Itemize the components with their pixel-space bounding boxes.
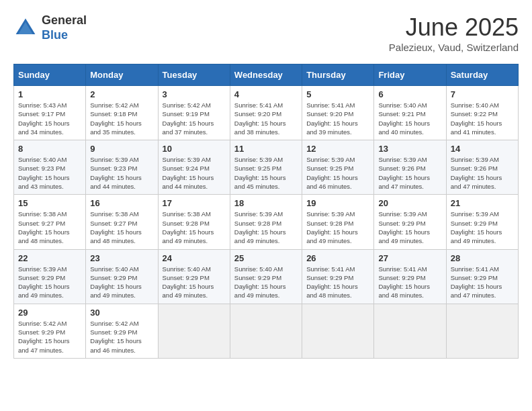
day-info: Sunrise: 5:40 AMSunset: 9:22 PMDaylight:… bbox=[451, 101, 514, 136]
day-info: Sunrise: 5:38 AMSunset: 9:27 PMDaylight:… bbox=[90, 210, 153, 245]
day-number: 17 bbox=[163, 198, 226, 208]
calendar-table: SundayMondayTuesdayWednesdayThursdayFrid… bbox=[13, 64, 519, 359]
calendar-week-4: 22Sunrise: 5:39 AMSunset: 9:29 PMDayligh… bbox=[14, 249, 519, 304]
location-text: Palezieux, Vaud, Switzerland bbox=[389, 42, 519, 53]
calendar-week-3: 15Sunrise: 5:38 AMSunset: 9:27 PMDayligh… bbox=[14, 195, 519, 249]
calendar-cell: 17Sunrise: 5:38 AMSunset: 9:28 PMDayligh… bbox=[158, 195, 230, 249]
day-number: 2 bbox=[90, 89, 153, 99]
calendar-cell: 9Sunrise: 5:39 AMSunset: 9:23 PMDaylight… bbox=[86, 140, 158, 195]
day-info: Sunrise: 5:42 AMSunset: 9:19 PMDaylight:… bbox=[163, 101, 226, 136]
day-info: Sunrise: 5:39 AMSunset: 9:26 PMDaylight:… bbox=[378, 155, 441, 191]
calendar-cell: 3Sunrise: 5:42 AMSunset: 9:19 PMDaylight… bbox=[158, 86, 230, 140]
day-info: Sunrise: 5:38 AMSunset: 9:28 PMDaylight:… bbox=[163, 210, 226, 245]
day-number: 18 bbox=[234, 198, 298, 208]
calendar-week-2: 8Sunrise: 5:40 AMSunset: 9:23 PMDaylight… bbox=[14, 140, 519, 195]
day-info: Sunrise: 5:41 AMSunset: 9:20 PMDaylight:… bbox=[234, 101, 298, 136]
day-info: Sunrise: 5:39 AMSunset: 9:29 PMDaylight:… bbox=[18, 265, 81, 300]
day-number: 7 bbox=[451, 89, 514, 99]
calendar-cell: 18Sunrise: 5:39 AMSunset: 9:28 PMDayligh… bbox=[230, 195, 302, 249]
day-info: Sunrise: 5:39 AMSunset: 9:29 PMDaylight:… bbox=[451, 210, 514, 245]
day-info: Sunrise: 5:40 AMSunset: 9:29 PMDaylight:… bbox=[90, 265, 153, 300]
column-header-thursday: Thursday bbox=[302, 64, 374, 86]
day-number: 16 bbox=[90, 198, 153, 208]
calendar-cell: 1Sunrise: 5:43 AMSunset: 9:17 PMDaylight… bbox=[14, 86, 86, 140]
day-info: Sunrise: 5:41 AMSunset: 9:29 PMDaylight:… bbox=[306, 265, 369, 300]
calendar-header-row: SundayMondayTuesdayWednesdayThursdayFrid… bbox=[14, 64, 519, 86]
day-number: 5 bbox=[306, 89, 369, 99]
calendar-cell: 22Sunrise: 5:39 AMSunset: 9:29 PMDayligh… bbox=[14, 249, 86, 304]
calendar-cell: 16Sunrise: 5:38 AMSunset: 9:27 PMDayligh… bbox=[86, 195, 158, 249]
calendar-cell: 6Sunrise: 5:40 AMSunset: 9:21 PMDaylight… bbox=[374, 86, 446, 140]
day-number: 25 bbox=[234, 253, 298, 263]
column-header-friday: Friday bbox=[374, 64, 446, 86]
day-info: Sunrise: 5:42 AMSunset: 9:29 PMDaylight:… bbox=[18, 319, 81, 355]
day-number: 8 bbox=[18, 144, 81, 154]
day-info: Sunrise: 5:40 AMSunset: 9:29 PMDaylight:… bbox=[234, 265, 298, 300]
day-info: Sunrise: 5:40 AMSunset: 9:23 PMDaylight:… bbox=[18, 155, 81, 191]
calendar-cell: 21Sunrise: 5:39 AMSunset: 9:29 PMDayligh… bbox=[446, 195, 518, 249]
calendar-week-5: 29Sunrise: 5:42 AMSunset: 9:29 PMDayligh… bbox=[14, 304, 519, 358]
calendar-cell: 19Sunrise: 5:39 AMSunset: 9:28 PMDayligh… bbox=[302, 195, 374, 249]
calendar-cell: 26Sunrise: 5:41 AMSunset: 9:29 PMDayligh… bbox=[302, 249, 374, 304]
calendar-cell: 14Sunrise: 5:39 AMSunset: 9:26 PMDayligh… bbox=[446, 140, 518, 195]
calendar-cell: 20Sunrise: 5:39 AMSunset: 9:29 PMDayligh… bbox=[374, 195, 446, 249]
calendar-cell bbox=[302, 304, 374, 358]
day-number: 14 bbox=[451, 144, 514, 154]
column-header-tuesday: Tuesday bbox=[158, 64, 230, 86]
calendar-cell: 2Sunrise: 5:42 AMSunset: 9:18 PMDaylight… bbox=[86, 86, 158, 140]
day-number: 15 bbox=[18, 198, 81, 208]
day-info: Sunrise: 5:40 AMSunset: 9:21 PMDaylight:… bbox=[378, 101, 441, 136]
day-number: 10 bbox=[163, 144, 226, 154]
calendar-cell bbox=[446, 304, 518, 358]
day-number: 4 bbox=[234, 89, 298, 99]
logo: General Blue bbox=[13, 13, 87, 42]
day-info: Sunrise: 5:41 AMSunset: 9:29 PMDaylight:… bbox=[451, 265, 514, 300]
calendar-cell: 13Sunrise: 5:39 AMSunset: 9:26 PMDayligh… bbox=[374, 140, 446, 195]
day-number: 13 bbox=[378, 144, 441, 154]
day-info: Sunrise: 5:38 AMSunset: 9:27 PMDaylight:… bbox=[18, 210, 81, 245]
day-number: 30 bbox=[90, 308, 153, 318]
column-header-monday: Monday bbox=[86, 64, 158, 86]
calendar-cell: 4Sunrise: 5:41 AMSunset: 9:20 PMDaylight… bbox=[230, 86, 302, 140]
day-number: 23 bbox=[90, 253, 153, 263]
day-info: Sunrise: 5:40 AMSunset: 9:29 PMDaylight:… bbox=[163, 265, 226, 300]
day-info: Sunrise: 5:39 AMSunset: 9:25 PMDaylight:… bbox=[234, 155, 298, 191]
day-info: Sunrise: 5:39 AMSunset: 9:24 PMDaylight:… bbox=[163, 155, 226, 191]
calendar-cell: 5Sunrise: 5:41 AMSunset: 9:20 PMDaylight… bbox=[302, 86, 374, 140]
day-number: 29 bbox=[18, 308, 81, 318]
day-info: Sunrise: 5:39 AMSunset: 9:29 PMDaylight:… bbox=[378, 210, 441, 245]
day-number: 19 bbox=[306, 198, 369, 208]
calendar-cell: 29Sunrise: 5:42 AMSunset: 9:29 PMDayligh… bbox=[14, 304, 86, 358]
calendar-cell: 23Sunrise: 5:40 AMSunset: 9:29 PMDayligh… bbox=[86, 249, 158, 304]
logo-blue-text: Blue bbox=[42, 28, 87, 43]
calendar-cell: 30Sunrise: 5:42 AMSunset: 9:29 PMDayligh… bbox=[86, 304, 158, 358]
day-info: Sunrise: 5:39 AMSunset: 9:23 PMDaylight:… bbox=[90, 155, 153, 191]
calendar-cell: 25Sunrise: 5:40 AMSunset: 9:29 PMDayligh… bbox=[230, 249, 302, 304]
day-number: 9 bbox=[90, 144, 153, 154]
calendar-cell: 7Sunrise: 5:40 AMSunset: 9:22 PMDaylight… bbox=[446, 86, 518, 140]
day-number: 11 bbox=[234, 144, 298, 154]
calendar-cell: 10Sunrise: 5:39 AMSunset: 9:24 PMDayligh… bbox=[158, 140, 230, 195]
calendar-cell bbox=[230, 304, 302, 358]
day-number: 6 bbox=[378, 89, 441, 99]
calendar-cell: 28Sunrise: 5:41 AMSunset: 9:29 PMDayligh… bbox=[446, 249, 518, 304]
calendar-cell: 8Sunrise: 5:40 AMSunset: 9:23 PMDaylight… bbox=[14, 140, 86, 195]
column-header-wednesday: Wednesday bbox=[230, 64, 302, 86]
column-header-saturday: Saturday bbox=[446, 64, 518, 86]
calendar-cell bbox=[374, 304, 446, 358]
day-info: Sunrise: 5:39 AMSunset: 9:25 PMDaylight:… bbox=[306, 155, 369, 191]
day-number: 3 bbox=[163, 89, 226, 99]
day-number: 20 bbox=[378, 198, 441, 208]
day-info: Sunrise: 5:42 AMSunset: 9:18 PMDaylight:… bbox=[90, 101, 153, 136]
column-header-sunday: Sunday bbox=[14, 64, 86, 86]
day-number: 21 bbox=[451, 198, 514, 208]
calendar-cell: 12Sunrise: 5:39 AMSunset: 9:25 PMDayligh… bbox=[302, 140, 374, 195]
day-info: Sunrise: 5:39 AMSunset: 9:28 PMDaylight:… bbox=[234, 210, 298, 245]
calendar-cell: 15Sunrise: 5:38 AMSunset: 9:27 PMDayligh… bbox=[14, 195, 86, 249]
day-number: 27 bbox=[378, 253, 441, 263]
day-info: Sunrise: 5:39 AMSunset: 9:26 PMDaylight:… bbox=[451, 155, 514, 191]
page-header: General Blue June 2025 Palezieux, Vaud, … bbox=[13, 13, 519, 53]
logo-general-text: General bbox=[42, 13, 87, 28]
logo-icon bbox=[13, 16, 38, 40]
calendar-cell: 11Sunrise: 5:39 AMSunset: 9:25 PMDayligh… bbox=[230, 140, 302, 195]
